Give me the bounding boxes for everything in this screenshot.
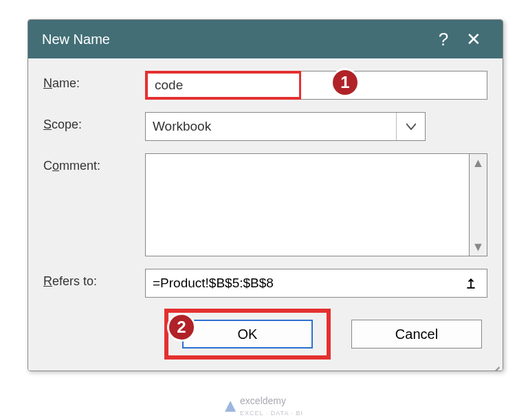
- scroll-down-icon[interactable]: ▼: [472, 241, 485, 253]
- new-name-dialog: New Name ? ✕ Name: code 1 Scope: Workboo…: [28, 19, 503, 371]
- comment-textarea[interactable]: [145, 153, 470, 256]
- comment-wrap: ▲ ▼: [145, 153, 487, 256]
- watermark-brand: exceldemy: [240, 395, 286, 406]
- close-icon[interactable]: ✕: [459, 20, 489, 58]
- help-icon[interactable]: ?: [428, 20, 459, 58]
- collapse-range-icon[interactable]: [457, 269, 485, 298]
- label-name: Name:: [43, 71, 145, 91]
- callout-1: 1: [331, 68, 360, 97]
- row-comment: Comment: ▲ ▼: [43, 153, 487, 256]
- label-scope: Scope:: [43, 112, 145, 132]
- label-refers: Refers to:: [43, 269, 145, 289]
- row-name: Name: code 1: [43, 71, 487, 100]
- watermark-logo-icon: [225, 401, 236, 412]
- cancel-button[interactable]: Cancel: [351, 320, 482, 349]
- label-comment: Comment:: [43, 153, 145, 173]
- row-refers: Refers to:: [43, 269, 487, 298]
- resize-grip-icon[interactable]: [486, 354, 501, 369]
- ok-button[interactable]: OK: [182, 320, 313, 349]
- button-row: 2 OK Cancel: [43, 305, 487, 360]
- name-input-extension[interactable]: [301, 71, 487, 100]
- scope-select[interactable]: Workbook: [145, 112, 426, 141]
- name-input[interactable]: code: [155, 78, 183, 93]
- dialog-body: Name: code 1 Scope: Workbook Comment:: [28, 58, 503, 371]
- name-input-highlight: code: [145, 71, 302, 100]
- callout-2: 2: [167, 313, 196, 342]
- scroll-up-icon[interactable]: ▲: [472, 157, 485, 169]
- watermark-tagline: EXCEL · DATA · BI: [240, 410, 303, 417]
- row-scope: Scope: Workbook: [43, 112, 487, 141]
- scrollbar-vertical[interactable]: ▲ ▼: [470, 153, 487, 256]
- scope-value: Workbook: [146, 119, 396, 134]
- dialog-title: New Name: [42, 32, 428, 47]
- chevron-down-icon[interactable]: [396, 113, 425, 140]
- watermark: exceldemy EXCEL · DATA · BI: [225, 395, 303, 417]
- refers-to-input[interactable]: [145, 269, 487, 298]
- title-bar[interactable]: New Name ? ✕: [28, 20, 503, 58]
